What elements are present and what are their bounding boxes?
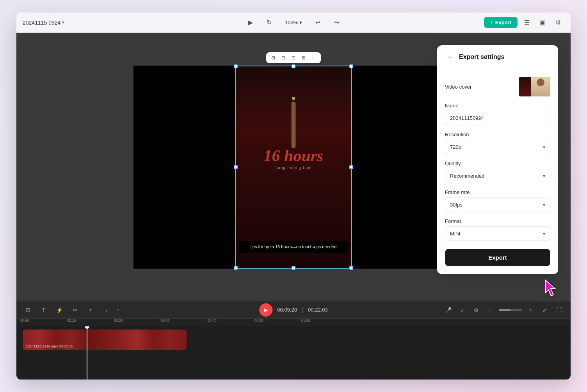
redo-btn[interactable]: ↪ bbox=[330, 16, 343, 29]
zoom-control[interactable]: 100% ▾ bbox=[282, 18, 305, 27]
export-top-button[interactable]: ↑ Export bbox=[484, 17, 518, 28]
cover-thumb-video bbox=[519, 77, 531, 96]
hours-text: 16 hours bbox=[235, 148, 352, 164]
export-main-button[interactable]: Export bbox=[445, 249, 550, 266]
plus-zoom-icon[interactable]: ＋ bbox=[525, 305, 536, 315]
format-group: Format MP4 ▾ bbox=[445, 218, 550, 241]
cover-thumb-person bbox=[531, 77, 550, 96]
panel-body: Video cover Name bbox=[437, 69, 558, 274]
export-top-label: Export bbox=[495, 20, 511, 25]
video-track[interactable]: 20241113 2146.mp4 00:22:03 bbox=[23, 330, 187, 350]
toolbar-left: 20241115 0924 ▾ bbox=[23, 20, 64, 26]
timeline-tracks: 20241113 2146.mp4 00:22:03 bbox=[16, 326, 571, 380]
video-content: 16 hours Long-lasting Lips lips for up t… bbox=[235, 66, 352, 269]
project-name-text: 20241115 0924 bbox=[23, 20, 60, 26]
transform-more-icon[interactable]: ··· bbox=[310, 54, 318, 62]
playhead-indicator bbox=[85, 326, 89, 329]
layers-icon-btn[interactable]: ☰ bbox=[521, 16, 533, 29]
frame-rate-arrow-icon: ▾ bbox=[543, 202, 545, 208]
align-icon[interactable]: ⊕ bbox=[471, 305, 482, 315]
quality-arrow-icon: ▾ bbox=[543, 173, 545, 179]
zoom-value: 100% bbox=[285, 20, 298, 25]
cover-thumbnail[interactable] bbox=[519, 77, 550, 96]
quality-select[interactable]: Recommended ▾ bbox=[445, 169, 550, 183]
resolution-label: Resolution bbox=[445, 132, 550, 137]
resolution-arrow-icon: ▾ bbox=[543, 144, 545, 150]
timeline-right: 🎤 ♪ ⊕ － ＋ ⤢ ⛶ bbox=[443, 305, 564, 315]
trim-icon[interactable]: ✂ bbox=[69, 305, 80, 315]
playhead bbox=[87, 326, 87, 380]
video-cover-label: Video cover bbox=[445, 84, 471, 90]
video-inner: 16 hours Long-lasting Lips lips for up t… bbox=[235, 66, 352, 269]
panel-header: ← Export settings bbox=[437, 45, 558, 69]
expand-icon[interactable]: ⤢ bbox=[539, 305, 550, 315]
timeline-ruler: 00:00 00:10 00:20 00:30 00:40 00:50 01:0… bbox=[16, 319, 571, 326]
quality-label: Quality bbox=[445, 160, 550, 166]
loop-icon-btn[interactable]: ↻ bbox=[263, 16, 276, 29]
transform-icon-3[interactable]: ⊡ bbox=[290, 54, 297, 62]
frame-rate-select[interactable]: 30fps ▾ bbox=[445, 198, 550, 212]
video-subtitle: Long-lasting Lips bbox=[235, 166, 352, 170]
split-icon[interactable]: ⚡ bbox=[54, 305, 65, 315]
resolution-group: Resolution 720p ▾ bbox=[445, 132, 550, 154]
format-arrow-icon: ▾ bbox=[543, 231, 545, 237]
crop-icon[interactable]: ⊡ bbox=[23, 305, 34, 315]
app-window: 20241115 0924 ▾ ▶ ↻ 100% ▾ ↩ ↪ ↑ Export … bbox=[16, 12, 571, 380]
download-icon[interactable]: ↓ bbox=[101, 305, 112, 315]
transform-toolbar: ⊞ ⊟ ⊡ ⊠ ··· bbox=[266, 52, 321, 63]
track-label: 20241113 2146.mp4 00:22:03 bbox=[26, 344, 73, 348]
time-separator: | bbox=[302, 306, 303, 314]
format-value: MP4 bbox=[450, 231, 461, 237]
transform-icon-1[interactable]: ⊞ bbox=[269, 54, 277, 62]
toolbar-right: ↑ Export ☰ ▣ ⚙ bbox=[484, 16, 564, 29]
project-dropdown-icon[interactable]: ▾ bbox=[62, 20, 64, 25]
format-select[interactable]: MP4 ▾ bbox=[445, 226, 550, 241]
back-button[interactable]: ← bbox=[445, 52, 456, 62]
export-panel: ← Export settings Video cover bbox=[437, 45, 558, 274]
transform-icon-2[interactable]: ⊟ bbox=[279, 54, 287, 62]
total-time: 00:22:03 bbox=[308, 307, 328, 313]
text-icon[interactable]: T bbox=[38, 305, 49, 315]
minus-zoom-icon[interactable]: － bbox=[485, 305, 496, 315]
frame-rate-value: 30fps bbox=[450, 202, 462, 208]
frame-rate-group: Frame rate 30fps ▾ bbox=[445, 189, 550, 212]
fullscreen-icon[interactable]: ⛶ bbox=[553, 305, 564, 315]
name-label: Name bbox=[445, 103, 550, 109]
zoom-dropdown-icon: ▾ bbox=[299, 20, 302, 25]
play-icon-btn[interactable]: ▶ bbox=[244, 16, 257, 29]
export-main-label: Export bbox=[488, 254, 507, 261]
timeline-toolbar: ⊡ T ⚡ ✂ ⌖ ↓ ▾ ▶ 00:09:28 | 00:22:03 🎤 ♪ … bbox=[16, 301, 571, 319]
export-icon: ↑ bbox=[490, 20, 493, 25]
main-toolbar: 20241115 0924 ▾ ▶ ↻ 100% ▾ ↩ ↪ ↑ Export … bbox=[16, 12, 571, 33]
panel-title: Export settings bbox=[459, 53, 504, 61]
name-group: Name bbox=[445, 103, 550, 125]
current-time: 00:09:28 bbox=[277, 307, 297, 313]
mic-icon[interactable]: 🎤 bbox=[443, 305, 454, 315]
timeline-area: ⊡ T ⚡ ✂ ⌖ ↓ ▾ ▶ 00:09:28 | 00:22:03 🎤 ♪ … bbox=[16, 301, 571, 380]
project-name[interactable]: 20241115 0924 ▾ bbox=[23, 20, 64, 26]
play-button[interactable]: ▶ bbox=[259, 303, 272, 317]
video-canvas: 16 hours Long-lasting Lips lips for up t… bbox=[133, 66, 454, 269]
undo-btn[interactable]: ↩ bbox=[311, 16, 324, 29]
resolution-value: 720p bbox=[450, 144, 461, 150]
download-arrow[interactable]: ▾ bbox=[117, 307, 119, 312]
main-area: 16 hours Long-lasting Lips lips for up t… bbox=[16, 33, 571, 301]
quality-value: Recommended bbox=[450, 173, 484, 179]
video-cover-row: Video cover bbox=[445, 77, 550, 96]
audio-icon[interactable]: ♪ bbox=[457, 305, 468, 315]
zoom-slider[interactable] bbox=[499, 309, 522, 311]
format-label: Format bbox=[445, 218, 550, 224]
layout-icon-btn[interactable]: ▣ bbox=[536, 16, 549, 29]
caption-text: lips for up to 16 hours—no touch-ups nee… bbox=[251, 244, 336, 249]
settings-icon-btn[interactable]: ⚙ bbox=[552, 16, 564, 29]
caption-box: lips for up to 16 hours—no touch-ups nee… bbox=[239, 241, 348, 253]
playback-center: ▶ 00:09:28 | 00:22:03 bbox=[259, 303, 327, 317]
resolution-select[interactable]: 720p ▾ bbox=[445, 140, 550, 154]
frame-rate-label: Frame rate bbox=[445, 189, 550, 195]
cut-icon[interactable]: ⌖ bbox=[85, 305, 96, 315]
toolbar-center: ▶ ↻ 100% ▾ ↩ ↪ bbox=[244, 16, 343, 29]
name-input[interactable] bbox=[445, 111, 550, 125]
quality-group: Quality Recommended ▾ bbox=[445, 160, 550, 183]
video-cover-group: Video cover bbox=[445, 77, 550, 96]
transform-icon-4[interactable]: ⊠ bbox=[300, 54, 308, 62]
